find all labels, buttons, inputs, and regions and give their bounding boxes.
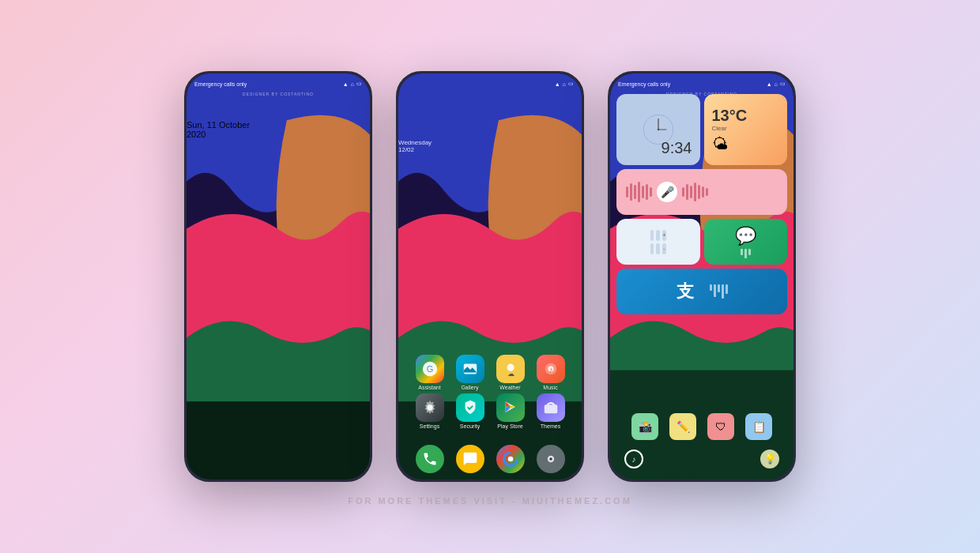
themes-icon xyxy=(537,393,565,422)
small-app-notes[interactable]: ✏️ xyxy=(669,413,696,440)
app-label-music: Music xyxy=(543,385,557,390)
widget-weather-desc: Clear xyxy=(712,125,727,132)
app-music[interactable]: ♪ Music xyxy=(533,355,568,390)
home-day: Wednesday xyxy=(398,139,582,146)
wifi-icon: ⌂ xyxy=(351,81,354,87)
app-playstore[interactable]: Play Store xyxy=(493,393,528,429)
app-security[interactable]: Security xyxy=(453,393,488,429)
widget-temp: 13°C xyxy=(712,107,748,125)
status-bar-1: Emergency calls only ▲ ⌂ ▭ xyxy=(187,73,370,91)
music-app-icon: ♪ xyxy=(537,355,565,383)
small-app-shield[interactable]: 🛡 xyxy=(707,413,734,440)
designer-label: DESIGNER BY COSTANTINO xyxy=(243,92,314,96)
weather-icon: ☁ xyxy=(496,355,525,383)
phone-3: Emergency calls only ▲ ⌂ ▭ DESIGNER BY C… xyxy=(608,71,796,482)
status-bar-2: ▲ ⌂ ▭ xyxy=(398,73,582,91)
phone3-bottom: ♪ 💡 xyxy=(610,450,793,468)
small-app-screenshot[interactable]: 📸 xyxy=(631,413,658,440)
widget-voice[interactable]: 🎤 xyxy=(616,169,787,215)
status-text: Emergency calls only xyxy=(194,81,247,87)
svg-point-16 xyxy=(549,457,552,460)
app-label-themes: Themes xyxy=(541,423,560,429)
app-row-1: G Assistant Gallery ☁ Weather xyxy=(409,355,571,390)
security-icon xyxy=(456,393,484,422)
widget-calc[interactable]: + - xyxy=(616,219,700,265)
svg-rect-13 xyxy=(544,404,557,413)
assistant-icon: G xyxy=(416,355,444,383)
wifi-icon-2: ⌂ xyxy=(563,81,566,87)
clock-date: Sun, 11 October 2020 xyxy=(187,120,370,139)
watermark: FOR MORE THEMES VISIT - MIUITHEMEZ.COM xyxy=(348,496,632,506)
app-row-2: Settings Security Play Store xyxy=(409,393,571,429)
signal-icon-2: ▲ xyxy=(555,81,560,87)
widget-pay[interactable]: 支 xyxy=(616,269,787,314)
small-apps-row: 📸 ✏️ 🛡 📋 xyxy=(610,413,793,440)
svg-point-14 xyxy=(507,457,513,462)
battery-icon-2: ▭ xyxy=(568,81,574,87)
dock-phone[interactable] xyxy=(416,445,444,473)
app-label-security: Security xyxy=(460,423,480,429)
home-date: 12/02 xyxy=(398,146,582,153)
status-bar-3: Emergency calls only ▲ ⌂ ▭ xyxy=(610,73,793,91)
light-icon: 💡 xyxy=(760,450,779,468)
settings-icon xyxy=(416,393,444,422)
app-themes[interactable]: Themes xyxy=(533,393,568,429)
app-label-settings: Settings xyxy=(420,423,439,429)
svg-text:☁: ☁ xyxy=(507,370,514,378)
small-app-clip[interactable]: 📋 xyxy=(745,413,772,440)
app-gallery[interactable]: Gallery xyxy=(453,355,488,390)
svg-text:G: G xyxy=(426,364,433,374)
widget-clock-time: 9:34 xyxy=(662,139,692,156)
svg-rect-1 xyxy=(187,401,370,480)
dock xyxy=(398,445,582,473)
app-assistant[interactable]: G Assistant xyxy=(413,355,447,390)
app-label-playstore: Play Store xyxy=(497,423,522,429)
pay-label: 支 xyxy=(677,280,694,303)
music-icon-3: ♪ xyxy=(624,450,643,468)
signal-icon-3: ▲ xyxy=(767,81,772,87)
widget-chat[interactable]: 💬 xyxy=(704,219,788,265)
gallery-icon xyxy=(456,355,484,383)
playstore-icon xyxy=(496,393,525,422)
dock-camera[interactable] xyxy=(537,445,565,473)
widget-clock[interactable]: 9:34 xyxy=(616,94,700,165)
phone-2: ▲ ⌂ ▭ 🎤 9:34 Wednesday 12/02 xyxy=(396,71,584,482)
wifi-icon-3: ⌂ xyxy=(775,81,778,87)
app-label-gallery: Gallery xyxy=(461,385,478,390)
app-grid: G Assistant Gallery ☁ Weather xyxy=(398,355,582,432)
voice-wave xyxy=(626,182,652,202)
widget-weather[interactable]: 13°C Clear 🌤 xyxy=(704,94,788,165)
battery-icon: ▭ xyxy=(356,81,362,87)
voice-wave-2 xyxy=(682,182,708,201)
dock-messages[interactable] xyxy=(456,445,484,473)
status-text-3: Emergency calls only xyxy=(618,81,670,87)
app-label-weather: Weather xyxy=(499,385,520,390)
battery-icon-3: ▭ xyxy=(780,81,786,87)
app-weather[interactable]: ☁ Weather xyxy=(493,355,528,390)
dock-chrome[interactable] xyxy=(496,445,525,473)
app-label-assistant: Assistant xyxy=(418,385,440,390)
app-settings[interactable]: Settings xyxy=(413,393,447,429)
phone-1: Emergency calls only ▲ ⌂ ▭ DESIGNER BY C… xyxy=(184,71,372,482)
svg-text:♪: ♪ xyxy=(548,366,552,374)
signal-icon: ▲ xyxy=(343,81,349,87)
widget-grid: 9:34 13°C Clear 🌤 xyxy=(616,94,787,314)
voice-mic-icon: 🎤 xyxy=(657,182,677,202)
